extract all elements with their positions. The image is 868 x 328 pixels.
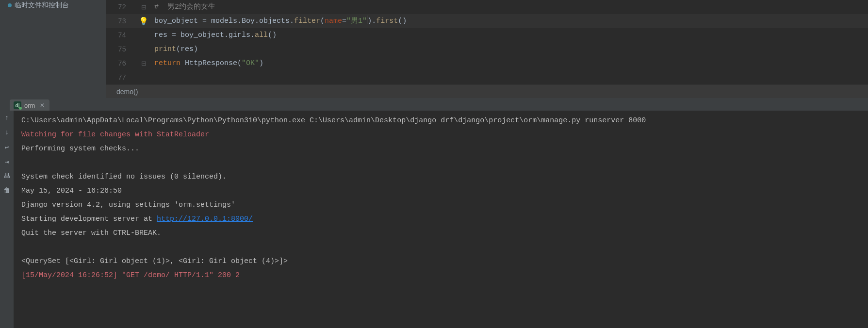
code-line[interactable]: 75 print(res) bbox=[106, 42, 868, 56]
line-number: 75 bbox=[106, 46, 133, 53]
console-line: Django version 4.2, using settings 'orm.… bbox=[21, 201, 235, 209]
line-number: 77 bbox=[106, 74, 133, 82]
code-line[interactable]: 76 ⊟ return HttpResponse("OK") bbox=[106, 56, 868, 70]
print-icon[interactable]: 🖶 bbox=[2, 172, 11, 180]
console-line: Quit the server with CTRL-BREAK. bbox=[21, 229, 161, 237]
folder-dot-icon bbox=[8, 3, 12, 7]
run-toolbar: ↑ ↓ ↩ ⇥ 🖶 🗑 bbox=[0, 111, 14, 328]
server-url-link[interactable]: http://127.0.0.1:8000/ bbox=[157, 215, 253, 223]
scroll-up-icon[interactable]: ↑ bbox=[2, 114, 11, 122]
fold-close-icon[interactable]: ⊟ bbox=[141, 60, 147, 67]
code-editor[interactable]: 72 ⊟ # 男2约会的女生 73 💡 boy_object = models.… bbox=[106, 0, 868, 98]
console-line: May 15, 2024 - 16:26:50 bbox=[21, 187, 122, 195]
code-line[interactable]: 72 ⊟ # 男2约会的女生 bbox=[106, 0, 868, 14]
code-lines: 72 ⊟ # 男2约会的女生 73 💡 boy_object = models.… bbox=[106, 0, 868, 84]
run-tab-bar: dj orm ✕ bbox=[0, 98, 868, 111]
run-tab-label: orm bbox=[24, 102, 35, 109]
line-number: 74 bbox=[106, 32, 133, 39]
console-line: Watching for file changes with StatReloa… bbox=[21, 131, 209, 139]
code-line[interactable]: 77 bbox=[106, 70, 868, 84]
sidebar-item-label: 临时文件和控制台 bbox=[15, 1, 69, 10]
code-text: res = boy_object.girls.all() bbox=[154, 28, 277, 42]
clear-icon[interactable]: 🗑 bbox=[2, 186, 11, 195]
scroll-down-icon[interactable]: ↓ bbox=[2, 128, 11, 137]
project-sidebar: 临时文件和控制台 bbox=[0, 0, 106, 98]
gutter[interactable]: ⊟ bbox=[133, 3, 154, 11]
code-comment: # 男2约会的女生 bbox=[154, 3, 215, 11]
console-line: Starting development server at http://12… bbox=[21, 215, 253, 223]
line-number: 72 bbox=[106, 3, 133, 11]
code-line[interactable]: 73 💡 boy_object = models.Boy.objects.fil… bbox=[106, 14, 868, 28]
gutter[interactable]: ⊟ bbox=[133, 60, 154, 67]
breadcrumb[interactable]: demo() bbox=[106, 84, 868, 98]
console-line: <QuerySet [<Girl: Girl object (1)>, <Gir… bbox=[21, 257, 288, 265]
intention-bulb-icon[interactable]: 💡 bbox=[139, 16, 148, 26]
console-output[interactable]: C:\Users\admin\AppData\Local\Programs\Py… bbox=[14, 111, 868, 328]
sidebar-item-scratches[interactable]: 临时文件和控制台 bbox=[0, 0, 106, 11]
code-text: return HttpResponse("OK") bbox=[154, 56, 263, 70]
soft-wrap-icon[interactable]: ↩ bbox=[2, 143, 11, 151]
console-line: System check identified no issues (0 sil… bbox=[21, 173, 227, 181]
scroll-to-end-icon[interactable]: ⇥ bbox=[2, 157, 11, 166]
code-text bbox=[154, 70, 159, 84]
editor-region: 临时文件和控制台 72 ⊟ # 男2约会的女生 73 💡 boy_object … bbox=[0, 0, 868, 98]
code-line[interactable]: 74 res = boy_object.girls.all() bbox=[106, 28, 868, 42]
run-tab-orm[interactable]: dj orm ✕ bbox=[10, 99, 49, 111]
django-run-icon: dj bbox=[14, 101, 21, 109]
fold-open-icon[interactable]: ⊟ bbox=[141, 3, 147, 11]
breadcrumb-item[interactable]: demo() bbox=[116, 88, 138, 96]
close-icon[interactable]: ✕ bbox=[40, 102, 45, 109]
line-number: 73 bbox=[106, 17, 133, 25]
run-body: ↑ ↓ ↩ ⇥ 🖶 🗑 C:\Users\admin\AppData\Local… bbox=[0, 111, 868, 328]
line-number: 76 bbox=[106, 60, 133, 67]
code-text: boy_object = models.Boy.objects.filter(n… bbox=[154, 14, 407, 28]
console-line: Performing system checks... bbox=[21, 145, 139, 153]
console-line: [15/May/2024 16:26:52] "GET /demo/ HTTP/… bbox=[21, 271, 240, 279]
run-panel: dj orm ✕ ↑ ↓ ↩ ⇥ 🖶 🗑 C:\Users\admin\AppD… bbox=[0, 98, 868, 328]
gutter[interactable]: 💡 bbox=[133, 16, 154, 26]
console-line: C:\Users\admin\AppData\Local\Programs\Py… bbox=[21, 116, 646, 125]
code-text: print(res) bbox=[154, 42, 198, 56]
